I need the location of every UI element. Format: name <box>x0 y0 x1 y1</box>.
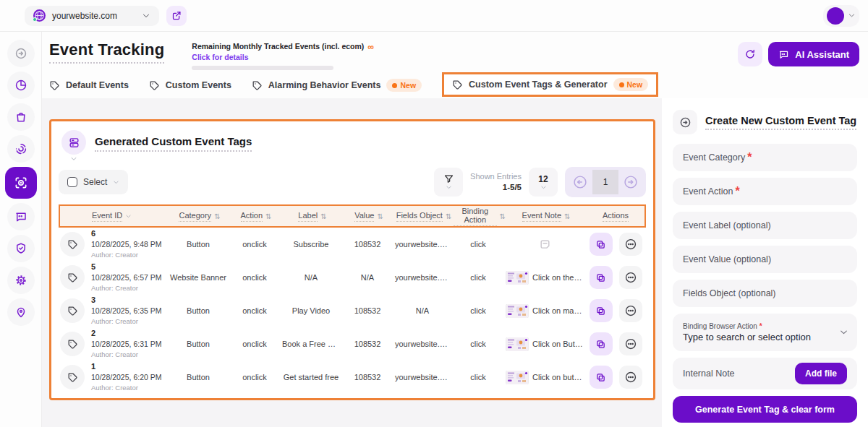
tab-custom-event-tags-generator[interactable]: Custom Event Tags & Generator New <box>452 78 648 91</box>
sidebar-item-sessions[interactable] <box>7 135 35 163</box>
arrow-right-circle-icon <box>623 174 639 190</box>
quota-details-link[interactable]: Click for details <box>192 53 374 61</box>
sidebar-item-analytics[interactable] <box>7 72 35 99</box>
arrow-left-circle-icon <box>572 174 588 190</box>
ai-assistant-button[interactable]: AI Assistant <box>768 42 859 66</box>
copy-tag-button[interactable] <box>590 366 613 389</box>
note-screenshot-thumbnail[interactable] <box>506 371 528 384</box>
cell-action: onclick <box>229 340 280 348</box>
sidebar-item-settings[interactable] <box>7 267 35 294</box>
ellipsis-icon <box>624 371 637 384</box>
table-menu-button[interactable] <box>61 130 86 155</box>
cell-label: Get started free <box>280 373 342 381</box>
sidebar-item-privacy[interactable] <box>7 235 35 262</box>
cell-value: 108532 <box>342 306 393 315</box>
tab-alarming-behavior-events[interactable]: Alarming Behavior Events New <box>252 79 422 92</box>
sidebar-item-event-tracking[interactable] <box>5 167 37 199</box>
cell-binding-action: click <box>452 240 504 249</box>
tag-alert-icon <box>252 80 263 91</box>
event-value-field[interactable]: Event Value (optional) <box>673 246 857 273</box>
column-header-value[interactable]: Value⇅ <box>344 211 394 222</box>
table-area: Generated Custom Event Tags Select <box>42 98 662 427</box>
chevron-down-icon <box>113 179 119 186</box>
copy-tag-button[interactable] <box>590 299 613 322</box>
page-number[interactable]: 1 <box>592 170 618 194</box>
column-header-binding-action[interactable]: Binding Action⇅ <box>454 207 506 226</box>
domain-selector[interactable]: yourwebsite.com <box>25 6 159 26</box>
copy-icon <box>595 272 606 283</box>
column-header-category[interactable]: Category⇅ <box>169 211 231 222</box>
arrow-right-circle-icon <box>14 47 27 60</box>
cell-fields-object: N/A <box>393 306 452 315</box>
note-screenshot-thumbnail[interactable] <box>506 304 528 318</box>
cell-event-note <box>504 238 585 251</box>
cell-value: 108532 <box>342 373 393 381</box>
user-menu[interactable] <box>823 5 859 27</box>
avatar <box>827 7 844 25</box>
select-all-checkbox[interactable] <box>67 177 77 187</box>
required-mark: * <box>736 185 740 198</box>
more-options-button[interactable] <box>619 332 642 355</box>
more-options-button[interactable] <box>619 299 642 322</box>
cell-binding-action: click <box>452 306 504 315</box>
more-options-button[interactable] <box>619 266 642 289</box>
cell-label: N/A <box>280 273 342 282</box>
column-header-label[interactable]: Label⇅ <box>281 211 344 222</box>
refresh-button[interactable] <box>738 42 762 66</box>
page-size-select[interactable]: 12 <box>529 168 558 197</box>
tab-default-events[interactable]: Default Events <box>49 80 129 91</box>
generate-clear-button[interactable]: Generate Event Tag & clear form <box>673 396 857 423</box>
cell-binding-action: click <box>452 373 504 381</box>
tag-icon <box>60 265 85 290</box>
open-website-button[interactable] <box>166 6 187 26</box>
external-link-icon <box>171 10 182 21</box>
column-header-event-note[interactable]: Event Note⇅ <box>506 211 587 222</box>
more-options-button[interactable] <box>619 366 642 389</box>
chat-icon <box>778 49 789 60</box>
cell-actions <box>585 233 646 256</box>
add-file-button[interactable]: Add file <box>795 363 847 384</box>
tag-icon <box>60 365 85 389</box>
sidebar-item-ecommerce[interactable] <box>7 103 35 131</box>
fields-object-field[interactable]: Fields Object (optional) <box>673 280 857 307</box>
ellipsis-icon <box>624 238 637 251</box>
internal-note-field[interactable]: Internal Note Add file <box>673 358 857 389</box>
cell-action: onclick <box>229 306 280 315</box>
cell-actions <box>585 299 646 322</box>
column-header-event-id[interactable]: Event ID <box>60 211 169 222</box>
more-options-button[interactable] <box>619 233 642 256</box>
copy-tag-button[interactable] <box>590 332 613 355</box>
filter-button[interactable] <box>434 168 463 197</box>
cell-binding-action: click <box>452 340 504 348</box>
sidebar-item-messages[interactable] <box>7 203 35 230</box>
sort-icon: ⇅ <box>320 212 326 220</box>
binding-browser-action-select[interactable]: Binding Browser Action* Type to search o… <box>673 314 857 351</box>
chevron-down-icon[interactable] <box>70 155 77 163</box>
copy-tag-button[interactable] <box>590 233 613 256</box>
select-dropdown[interactable]: Select <box>59 170 128 194</box>
next-page-button[interactable] <box>618 170 643 194</box>
sidebar-item-collapse[interactable] <box>7 40 35 67</box>
cell-value: 108532 <box>342 240 393 249</box>
column-header-fields-object[interactable]: Fields Object⇅ <box>394 211 454 222</box>
quota-block: Remaining Monthly Tracked Events (incl. … <box>192 40 374 70</box>
tab-bar: Default Events Custom Events Alarming Be… <box>42 72 868 98</box>
note-screenshot-thumbnail[interactable] <box>506 337 528 351</box>
cell-actions <box>585 266 646 289</box>
app-window: yourwebsite.com Event Tracking <box>0 0 868 427</box>
sidebar-item-location[interactable] <box>7 298 35 326</box>
column-header-action[interactable]: Action⇅ <box>231 211 281 222</box>
note-screenshot-thumbnail[interactable] <box>506 271 528 285</box>
copy-tag-button[interactable] <box>590 266 613 289</box>
tab-custom-events[interactable]: Custom Events <box>149 80 231 91</box>
shown-entries: Shown Entries 1-5/5 <box>470 172 522 192</box>
binding-placeholder: Type to search or select option <box>683 332 847 342</box>
tag-icon <box>60 332 85 356</box>
top-bar: yourwebsite.com <box>0 0 868 32</box>
prev-page-button[interactable] <box>568 170 592 194</box>
event-label-field[interactable]: Event Label (optional) <box>673 212 857 239</box>
sort-icon: ⇅ <box>265 212 271 220</box>
table-row: 510/28/2025, 6:57 PMAuthor: Creator Webs… <box>59 261 646 294</box>
event-action-field[interactable]: Event Action* <box>673 178 857 205</box>
event-category-field[interactable]: Event Category* <box>673 144 857 171</box>
